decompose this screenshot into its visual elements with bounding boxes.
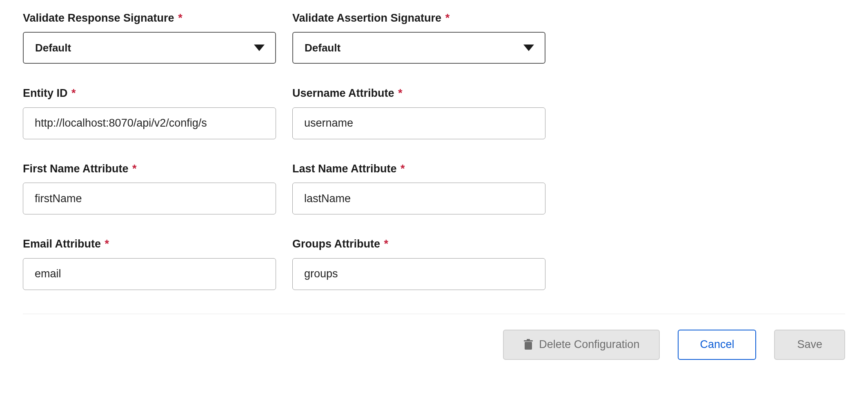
label-last-name-attribute: Last Name Attribute *	[292, 162, 545, 175]
field-validate-assertion-signature: Validate Assertion Signature * Default	[292, 11, 545, 64]
input-username-attribute[interactable]	[292, 107, 545, 139]
label-groups-attribute: Groups Attribute *	[292, 237, 545, 250]
select-validate-assertion-signature[interactable]: Default	[292, 32, 545, 64]
label-text: Email Attribute	[23, 238, 101, 250]
label-validate-assertion-signature: Validate Assertion Signature *	[292, 11, 545, 25]
select-value: Default	[305, 42, 341, 54]
label-first-name-attribute: First Name Attribute *	[23, 162, 276, 175]
form-grid: Validate Response Signature * Default Va…	[23, 11, 845, 290]
label-username-attribute: Username Attribute *	[292, 87, 545, 100]
button-label: Delete Configuration	[539, 338, 639, 351]
label-validate-response-signature: Validate Response Signature *	[23, 11, 276, 25]
required-marker: *	[105, 238, 109, 250]
label-text: Validate Assertion Signature	[292, 12, 441, 24]
saml-config-form: Validate Response Signature * Default Va…	[0, 0, 868, 376]
field-validate-response-signature: Validate Response Signature * Default	[23, 11, 276, 64]
save-button[interactable]: Save	[774, 330, 845, 360]
field-entity-id: Entity ID *	[23, 87, 276, 139]
field-email-attribute: Email Attribute *	[23, 237, 276, 290]
input-first-name-attribute[interactable]	[23, 183, 276, 214]
input-email-attribute[interactable]	[23, 258, 276, 290]
label-text: Validate Response Signature	[23, 12, 174, 24]
label-text: Username Attribute	[292, 87, 394, 99]
input-last-name-attribute[interactable]	[292, 183, 545, 214]
delete-configuration-button[interactable]: Delete Configuration	[503, 330, 660, 360]
svg-rect-3	[524, 340, 533, 341]
button-label: Cancel	[700, 338, 734, 351]
required-marker: *	[71, 87, 76, 99]
input-groups-attribute[interactable]	[292, 258, 545, 290]
label-entity-id: Entity ID *	[23, 87, 276, 100]
button-label: Save	[797, 338, 822, 351]
label-text: Last Name Attribute	[292, 163, 397, 175]
label-email-attribute: Email Attribute *	[23, 237, 276, 250]
form-footer: Delete Configuration Cancel Save	[23, 330, 845, 360]
select-value: Default	[35, 42, 71, 54]
select-validate-assertion-signature-wrap: Default	[292, 32, 545, 64]
required-marker: *	[132, 163, 137, 175]
input-entity-id[interactable]	[23, 107, 276, 139]
cancel-button[interactable]: Cancel	[678, 330, 756, 360]
label-text: Groups Attribute	[292, 238, 380, 250]
required-marker: *	[445, 12, 450, 24]
field-last-name-attribute: Last Name Attribute *	[292, 162, 545, 214]
required-marker: *	[398, 87, 403, 99]
select-validate-response-signature-wrap: Default	[23, 32, 276, 64]
trash-icon	[523, 339, 533, 350]
label-text: Entity ID	[23, 87, 68, 99]
svg-rect-4	[527, 339, 530, 340]
field-groups-attribute: Groups Attribute *	[292, 237, 545, 290]
select-validate-response-signature[interactable]: Default	[23, 32, 276, 64]
svg-rect-2	[525, 342, 532, 350]
required-marker: *	[401, 163, 405, 175]
footer-divider	[23, 314, 845, 314]
field-username-attribute: Username Attribute *	[292, 87, 545, 139]
required-marker: *	[178, 12, 183, 24]
field-first-name-attribute: First Name Attribute *	[23, 162, 276, 214]
required-marker: *	[384, 238, 389, 250]
label-text: First Name Attribute	[23, 163, 129, 175]
